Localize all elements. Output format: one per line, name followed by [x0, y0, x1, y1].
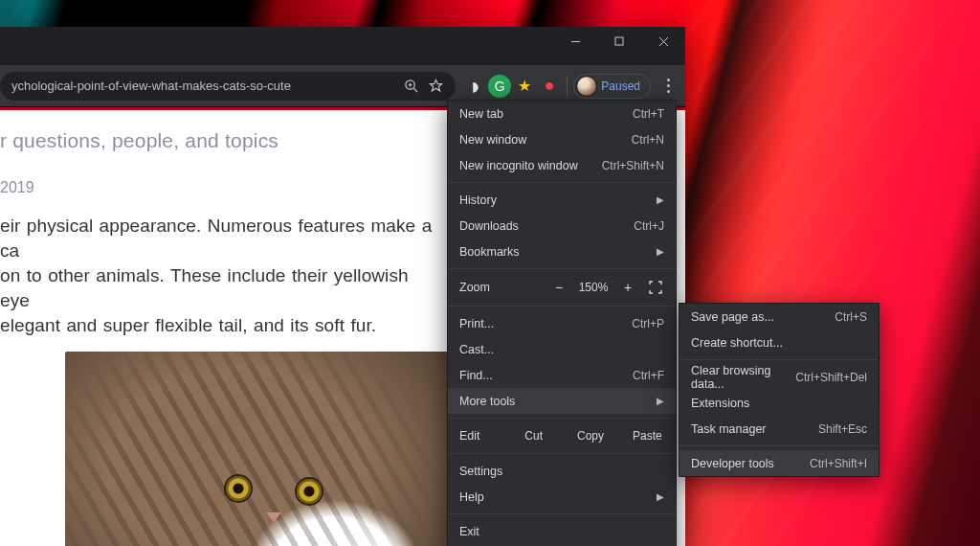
menu-item-history[interactable]: History ▶: [448, 187, 676, 213]
address-bar-url: ychological-point-of-view-what-makes-cat…: [11, 79, 396, 93]
menu-item-settings[interactable]: Settings: [448, 458, 676, 484]
menu-item-label: Developer tools: [691, 457, 810, 470]
menu-item-accel: Ctrl+J: [634, 219, 664, 233]
menu-item-label: Settings: [459, 465, 664, 478]
menu-item-find[interactable]: Find... Ctrl+F: [448, 362, 676, 388]
menu-item-label: New tab: [459, 107, 633, 121]
zoom-indicator-icon[interactable]: [400, 76, 421, 97]
toolbar-separator: [567, 77, 568, 96]
zoom-in-button[interactable]: +: [614, 277, 641, 298]
menu-item-new-tab[interactable]: New tab Ctrl+T: [448, 101, 676, 126]
menu-separator: [679, 359, 879, 360]
menu-zoom-row: Zoom − 150% +: [448, 273, 676, 302]
menu-edit-row: Edit Cut Copy Paste: [448, 422, 676, 449]
menu-item-accel: Ctrl+N: [632, 133, 664, 147]
edit-paste-button[interactable]: Paste: [619, 424, 676, 447]
body-text-line: elegant and super flexible tail, and its…: [0, 313, 440, 338]
edit-copy-button[interactable]: Copy: [562, 424, 618, 447]
menu-item-cast[interactable]: Cast...: [448, 336, 676, 362]
kebab-icon: [667, 79, 670, 93]
menu-item-label: Exit: [459, 525, 664, 538]
menu-item-label: Cast...: [459, 343, 664, 356]
menu-separator: [448, 268, 676, 269]
menu-item-label: New incognito window: [459, 159, 602, 172]
menu-item-label: Create shortcut...: [691, 336, 867, 350]
menu-item-label: Zoom: [459, 281, 546, 294]
menu-separator: [448, 418, 676, 419]
svg-rect-0: [615, 37, 623, 45]
extension-icon-star[interactable]: ★: [513, 75, 536, 98]
cat-eye-icon: [297, 479, 322, 504]
menu-item-label: Find...: [459, 369, 633, 382]
close-button[interactable]: [641, 27, 685, 56]
submenu-arrow-icon: ▶: [657, 246, 664, 257]
menu-item-accel: Ctrl+T: [633, 107, 664, 121]
menu-item-label: Clear browsing data...: [691, 364, 795, 391]
menu-item-label: Print...: [459, 317, 632, 330]
menu-item-accel: Ctrl+S: [835, 310, 867, 324]
profile-status: Paused: [601, 80, 640, 93]
zoom-value: 150%: [572, 281, 614, 294]
menu-separator: [679, 445, 879, 446]
menu-item-label: New window: [459, 133, 632, 147]
minimize-button[interactable]: [553, 27, 597, 56]
menu-item-accel: Ctrl+Shift+I: [810, 457, 867, 470]
address-bar[interactable]: ychological-point-of-view-what-makes-cat…: [0, 72, 456, 101]
extension-icon-grammarly[interactable]: G: [488, 75, 511, 98]
menu-item-label: Task manager: [691, 422, 818, 436]
window-titlebar: [0, 27, 685, 65]
menu-item-exit[interactable]: Exit: [448, 518, 676, 544]
edit-cut-button[interactable]: Cut: [505, 424, 562, 447]
menu-item-accel: Ctrl+P: [632, 317, 664, 330]
menu-item-accel: Ctrl+F: [633, 369, 664, 382]
menu-item-label: Help: [459, 490, 657, 504]
submenu-item-developer-tools[interactable]: Developer tools Ctrl+Shift+I: [679, 450, 879, 476]
menu-item-label: Extensions: [691, 397, 867, 410]
menu-item-help[interactable]: Help ▶: [448, 484, 676, 510]
menu-separator: [448, 513, 676, 514]
menu-item-label: Downloads: [459, 219, 634, 233]
submenu-item-clear-data[interactable]: Clear browsing data... Ctrl+Shift+Del: [679, 364, 879, 390]
extension-icon-1[interactable]: ◗: [463, 75, 486, 98]
submenu-item-save-page[interactable]: Save page as... Ctrl+S: [679, 304, 879, 330]
menu-item-new-incognito[interactable]: New incognito window Ctrl+Shift+N: [448, 152, 676, 178]
menu-item-label: Save page as...: [691, 310, 835, 324]
menu-item-accel: Ctrl+Shift+Del: [795, 371, 867, 384]
maximize-button[interactable]: [597, 27, 641, 56]
more-tools-submenu: Save page as... Ctrl+S Create shortcut..…: [679, 303, 880, 477]
body-text-line: eir physical appearance. Numerous featur…: [0, 214, 440, 263]
submenu-item-task-manager[interactable]: Task manager Shift+Esc: [679, 416, 879, 442]
menu-item-downloads[interactable]: Downloads Ctrl+J: [448, 213, 676, 239]
cat-eye-icon: [226, 476, 251, 501]
menu-item-more-tools[interactable]: More tools ▶: [448, 388, 676, 414]
chrome-main-menu: New tab Ctrl+T New window Ctrl+N New inc…: [447, 100, 677, 546]
menu-separator: [448, 453, 676, 454]
submenu-item-extensions[interactable]: Extensions: [679, 390, 879, 416]
fullscreen-button[interactable]: [641, 277, 670, 298]
page-date: 2019: [0, 179, 440, 196]
submenu-arrow-icon: ▶: [657, 194, 664, 205]
menu-item-new-window[interactable]: New window Ctrl+N: [448, 126, 676, 152]
menu-item-label: More tools: [459, 395, 657, 408]
page-search-placeholder[interactable]: r questions, people, and topics: [0, 129, 440, 152]
extension-icons: ◗ G ★ ●: [463, 75, 561, 98]
submenu-arrow-icon: ▶: [657, 491, 664, 502]
menu-item-label: Edit: [459, 429, 505, 443]
window-controls: [553, 27, 685, 56]
submenu-item-create-shortcut[interactable]: Create shortcut...: [679, 330, 879, 355]
profile-chip[interactable]: Paused: [573, 74, 651, 99]
chrome-menu-button[interactable]: [657, 75, 679, 98]
avatar: [577, 77, 596, 96]
menu-item-label: Bookmarks: [459, 245, 657, 259]
menu-item-bookmarks[interactable]: Bookmarks ▶: [448, 239, 676, 264]
zoom-out-button[interactable]: −: [546, 277, 572, 298]
menu-separator: [448, 182, 676, 183]
cat-nose-icon: [266, 512, 281, 522]
bookmark-star-icon[interactable]: [425, 76, 446, 97]
menu-item-print[interactable]: Print... Ctrl+P: [448, 310, 676, 336]
body-text-line: on to other animals. These include their…: [0, 263, 440, 313]
menu-item-label: History: [459, 193, 657, 207]
extension-icon-record[interactable]: ●: [538, 75, 561, 98]
submenu-arrow-icon: ▶: [657, 396, 664, 406]
menu-item-accel: Ctrl+Shift+N: [602, 159, 664, 172]
